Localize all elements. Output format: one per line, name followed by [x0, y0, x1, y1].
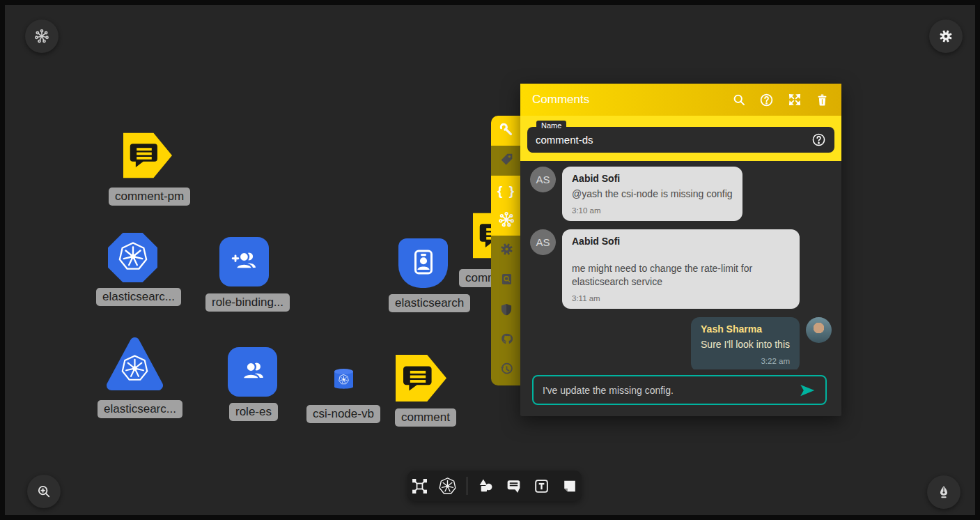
history-tool-button[interactable] [491, 355, 522, 385]
comment-shape-icon [125, 135, 170, 176]
delete-icon[interactable] [815, 93, 830, 107]
design-tool-button[interactable] [411, 477, 429, 495]
app-logo-button[interactable] [25, 20, 59, 53]
message-time: 3:10 am [572, 206, 733, 216]
zoom-button[interactable] [27, 475, 61, 508]
comment-shape-icon [398, 358, 444, 399]
name-field-label: Name [536, 121, 566, 130]
kubernetes-flake-icon [498, 211, 515, 231]
node-role-binding[interactable] [219, 237, 269, 286]
message-author: Aabid Sofi [572, 173, 733, 184]
node-label[interactable]: elasticsearc... [98, 400, 182, 418]
node-label[interactable]: role-es [229, 403, 278, 421]
configure-tool-button[interactable] [491, 116, 522, 146]
wrench-icon [499, 122, 514, 140]
node-elasticsearch-octagon[interactable] [108, 233, 157, 282]
message-author: Yash Sharma [701, 323, 790, 335]
zoom-in-icon [36, 484, 52, 499]
settings-tool-button[interactable] [491, 236, 522, 266]
node-elasticsearch-badge[interactable] [398, 238, 448, 288]
settings-button[interactable] [929, 20, 963, 53]
node-comment-pm[interactable] [123, 131, 172, 180]
gear-icon [938, 29, 954, 44]
name-field[interactable]: Name [527, 127, 834, 153]
node-label[interactable]: comment-pm [109, 188, 190, 206]
search-icon[interactable] [731, 93, 746, 107]
inspect-manifest-button[interactable] [491, 266, 522, 296]
comment-compose-area [520, 369, 841, 416]
kubernetes-button[interactable] [439, 477, 457, 495]
design-canvas[interactable]: comment-pm elasticsearc... role-binding.… [5, 5, 975, 515]
node-action-toolbar: { } [491, 116, 522, 385]
kubernetes-tool-button[interactable] [491, 206, 522, 236]
tag-tool-button[interactable] [491, 146, 522, 176]
node-name-section: Name [520, 116, 841, 161]
doc-search-icon [499, 272, 514, 289]
flower-logo-icon [34, 29, 49, 44]
field-help-icon[interactable] [811, 132, 826, 147]
expand-icon[interactable] [787, 93, 802, 107]
add-user-icon [229, 245, 260, 279]
message-row: AS Aabid Sofi me might need to change th… [530, 229, 832, 309]
comment-thread[interactable]: AS Aabid Sofi @yash the csi-node is miss… [520, 161, 841, 369]
shield-icon [499, 303, 513, 319]
gear-icon [499, 242, 514, 259]
github-tool-button[interactable] [491, 326, 522, 355]
shapes-button[interactable] [477, 477, 495, 495]
node-elasticsearch-triangle[interactable] [105, 337, 164, 394]
comments-panel-header[interactable]: Comments [520, 84, 841, 116]
panel-title: Comments [532, 93, 589, 107]
kubernetes-wheel-icon [121, 355, 148, 385]
avatar: AS [530, 167, 556, 192]
yash-avatar-photo [806, 317, 832, 343]
history-icon [499, 362, 514, 379]
message-text: @yash the csi-node is missing config [572, 188, 733, 201]
braces-icon: { } [497, 183, 515, 199]
message-author: Aabid Sofi [572, 236, 790, 247]
node-comment[interactable] [396, 353, 446, 404]
message-bubble: Aabid Sofi @yash the csi-node is missing… [562, 167, 742, 221]
node-csi-node-vb[interactable] [331, 367, 357, 392]
node-role-es[interactable] [228, 347, 277, 397]
text-button[interactable] [533, 477, 551, 495]
toolbar-divider [467, 477, 467, 495]
node-label[interactable]: elasticsearch [389, 294, 470, 312]
security-tool-button[interactable] [491, 296, 522, 326]
storage-cylinder-icon [331, 382, 357, 394]
comment-button[interactable] [505, 477, 523, 495]
comment-input-box[interactable] [532, 375, 827, 405]
message-bubble: Yash Sharma Sure I'll look into this 3:2… [691, 317, 800, 369]
note-button[interactable] [561, 477, 579, 495]
pen-tool-button[interactable] [927, 475, 960, 509]
node-label[interactable]: csi-node-vb [306, 405, 380, 423]
canvas-dock-toolbar [407, 471, 582, 501]
message-row: Yash Sharma Sure I'll look into this 3:2… [530, 317, 832, 369]
message-bubble: Aabid Sofi me might need to change the r… [562, 229, 800, 309]
message-time: 3:22 am [701, 357, 790, 367]
node-label[interactable]: comment [395, 408, 456, 427]
comment-input[interactable] [543, 385, 798, 396]
help-icon[interactable] [759, 93, 774, 107]
send-icon[interactable] [798, 381, 816, 399]
message-time: 3:11 am [572, 294, 790, 304]
github-icon [499, 332, 514, 349]
comments-panel: Comments Name AS Aabid Sofi @yash the cs… [520, 84, 841, 416]
node-label[interactable]: role-binding... [205, 293, 290, 312]
message-text: Sure I'll look into this [701, 338, 790, 351]
service-account-badge-icon [407, 246, 440, 281]
message-row: AS Aabid Sofi @yash the csi-node is miss… [530, 167, 832, 221]
json-tool-button[interactable]: { } [491, 176, 522, 206]
kubernetes-wheel-icon [118, 242, 148, 274]
tag-icon [499, 152, 514, 169]
avatar: AS [530, 229, 556, 255]
node-label[interactable]: elasticsearc... [96, 288, 181, 306]
message-text: me might need to change the rate-limit f… [572, 262, 781, 289]
name-input[interactable] [536, 134, 811, 146]
pen-nib-icon [936, 484, 951, 500]
users-icon [238, 355, 268, 389]
